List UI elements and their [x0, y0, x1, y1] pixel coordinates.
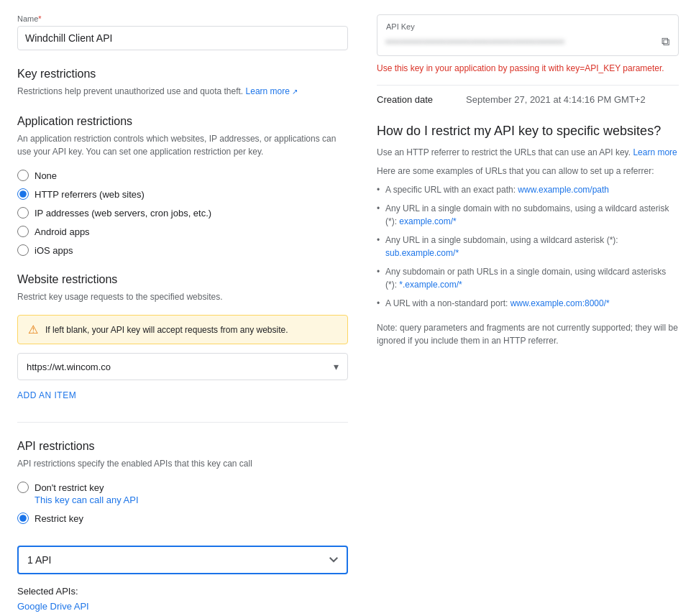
warning-text: If left blank, your API key will accept …	[45, 325, 288, 335]
website-restrictions-desc: Restrict key usage requests to the speci…	[17, 290, 348, 303]
radio-none-label: None	[35, 170, 57, 181]
radio-ip[interactable]: IP addresses (web servers, cron jobs, et…	[17, 207, 348, 219]
example-item-4: Any subdomain or path URLs in a single d…	[377, 265, 679, 291]
example-item-5: A URL with a non-standard port: www.exam…	[377, 297, 679, 310]
radio-android[interactable]: Android apps	[17, 226, 348, 237]
chevron-down-icon: ▾	[334, 361, 339, 372]
radio-none-input[interactable]	[17, 170, 29, 181]
example-item-1: A specific URL with an exact path: www.e…	[377, 183, 679, 196]
app-restrictions-desc: An application restriction controls whic…	[17, 132, 348, 158]
name-label: Name*	[17, 14, 348, 23]
api-use-text: Use this key in your application by pass…	[377, 63, 679, 73]
radio-android-input[interactable]	[17, 226, 29, 237]
key-restrictions-learn-more[interactable]: Learn more	[246, 86, 290, 96]
radio-ip-input[interactable]	[17, 207, 29, 219]
radio-restrict[interactable]: Restrict key	[17, 512, 348, 524]
radio-dont-restrict[interactable]: Don't restrict key	[17, 482, 348, 493]
radio-restrict-input[interactable]	[17, 512, 29, 524]
external-link-icon: ↗	[292, 88, 298, 96]
api-key-section: API Key ••••••••••••••••••••••••••••••••…	[377, 14, 679, 56]
radio-ip-label: IP addresses (web servers, cron jobs, et…	[35, 208, 211, 219]
radio-http[interactable]: HTTP referrers (web sites)	[17, 188, 348, 200]
creation-date-value: September 27, 2021 at 4:14:16 PM GMT+2	[466, 94, 646, 105]
example-item-2: Any URL in a single domain with no subdo…	[377, 202, 679, 228]
info-learn-more-link[interactable]: Learn more	[633, 147, 677, 157]
selected-apis-label: Selected APIs:	[17, 586, 348, 597]
api-restrictions-title: API restrictions	[17, 440, 348, 453]
creation-date-label: Creation date	[377, 94, 449, 105]
key-restrictions-title: Key restrictions	[17, 68, 348, 81]
radio-ios[interactable]: iOS apps	[17, 244, 348, 256]
warning-icon: ⚠	[28, 323, 38, 336]
copy-icon[interactable]: ⧉	[661, 35, 669, 48]
app-restrictions-title: Application restrictions	[17, 115, 348, 128]
website-value: https://wt.wincom.co	[27, 362, 111, 372]
key-restrictions-desc: Restrictions help prevent unauthorized u…	[17, 85, 348, 98]
radio-ios-input[interactable]	[17, 244, 29, 256]
left-column: Name* Key restrictions Restrictions help…	[17, 14, 348, 616]
radio-dont-restrict-wrapper: Don't restrict key This key can call any…	[17, 482, 348, 505]
info-sub: Here are some examples of URLs that you …	[377, 166, 679, 176]
api-restrictions-radio-group: Don't restrict key This key can call any…	[17, 482, 348, 524]
right-column: API Key ••••••••••••••••••••••••••••••••…	[377, 14, 679, 616]
website-restrictions-title: Website restrictions	[17, 273, 348, 286]
radio-ios-label: iOS apps	[35, 245, 73, 256]
radio-restrict-label: Restrict key	[35, 513, 83, 524]
website-item-row[interactable]: https://wt.wincom.co ▾	[17, 353, 348, 380]
info-desc: Use an HTTP referrer to restrict the URL…	[377, 147, 679, 157]
api-restrictions-desc: API restrictions specify the enabled API…	[17, 457, 348, 470]
name-field-group: Name*	[17, 14, 348, 50]
app-restrictions-radio-group: None HTTP referrers (web sites) IP addre…	[17, 170, 348, 256]
warning-box: ⚠ If left blank, your API key will accep…	[17, 315, 348, 344]
info-title: How do I restrict my API key to specific…	[377, 122, 679, 140]
radio-dont-restrict-label: Don't restrict key	[35, 482, 104, 493]
radio-dont-restrict-input[interactable]	[17, 482, 29, 493]
api-key-row: •••••••••••••••••••••••••••••••••••••• ⧉	[386, 35, 669, 48]
examples-list: A specific URL with an exact path: www.e…	[377, 183, 679, 310]
example-item-3: Any URL in a single subdomain, using a w…	[377, 234, 679, 259]
radio-none[interactable]: None	[17, 170, 348, 181]
add-item-button[interactable]: ADD AN ITEM	[17, 386, 76, 405]
api-key-value: ••••••••••••••••••••••••••••••••••••••	[386, 37, 656, 47]
name-input[interactable]	[17, 26, 348, 50]
info-note: Note: query parameters and fragments are…	[377, 321, 679, 347]
creation-date-row: Creation date September 27, 2021 at 4:14…	[377, 85, 679, 105]
google-drive-api-link[interactable]: Google Drive API	[17, 601, 89, 612]
api-key-label: API Key	[386, 22, 669, 31]
dont-restrict-sublabel[interactable]: This key can call any API	[35, 495, 139, 505]
radio-http-input[interactable]	[17, 188, 29, 200]
radio-http-label: HTTP referrers (web sites)	[35, 189, 145, 200]
radio-android-label: Android apps	[35, 226, 90, 237]
api-dropdown[interactable]: 1 API 2 APIs 3 APIs	[17, 546, 348, 574]
section-divider	[17, 422, 348, 423]
